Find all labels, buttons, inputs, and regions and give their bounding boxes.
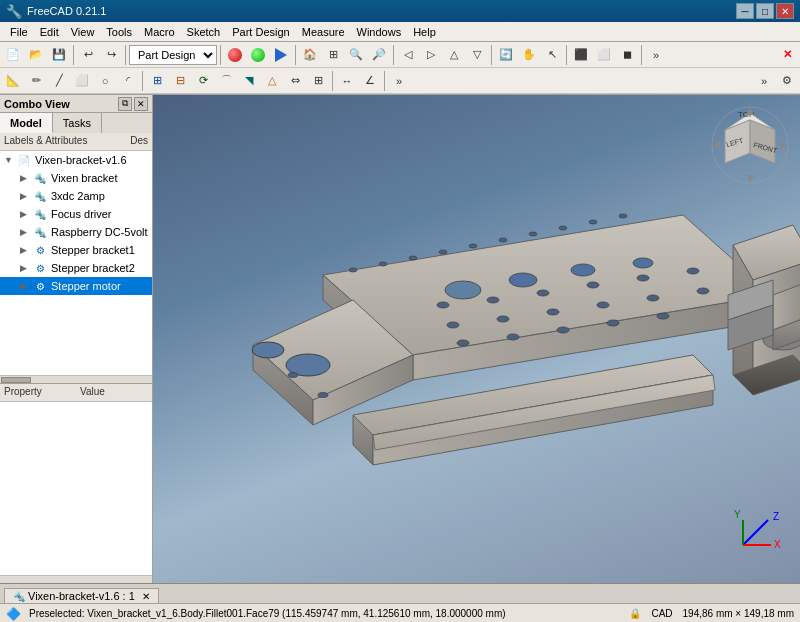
close-button[interactable]: ✕ <box>776 3 794 19</box>
workbench-dropdown[interactable]: Part Design Sketcher Part <box>129 45 217 65</box>
combo-close-button[interactable]: ✕ <box>134 97 148 111</box>
property-list <box>0 402 152 575</box>
pocket-button[interactable]: ⊟ <box>169 70 191 92</box>
svg-point-49 <box>529 232 537 236</box>
tree-item-vixen-bracket[interactable]: ▶ 🔩 Vixen bracket <box>0 169 152 187</box>
tree-item-label-5: Stepper bracket1 <box>51 244 135 256</box>
tree-item-stepper2[interactable]: ▶ ⚙ Stepper bracket2 <box>0 259 152 277</box>
pad-button[interactable]: ⊞ <box>146 70 168 92</box>
menu-view[interactable]: View <box>65 24 101 40</box>
svg-point-23 <box>487 297 499 303</box>
svg-point-38 <box>657 313 669 319</box>
more-button-2[interactable]: » <box>753 70 775 92</box>
tree-item-root[interactable]: ▼ 📄 Vixen-bracket-v1.6 <box>0 151 152 169</box>
menu-tools[interactable]: Tools <box>100 24 138 40</box>
pan-button[interactable]: ✋ <box>518 44 540 66</box>
arc-tool[interactable]: ◜ <box>117 70 139 92</box>
zoom-out-button[interactable]: 🔎 <box>368 44 390 66</box>
stop-button[interactable] <box>224 44 246 66</box>
view-top-button[interactable]: △ <box>443 44 465 66</box>
menu-edit[interactable]: Edit <box>34 24 65 40</box>
prop-scrollbar[interactable] <box>0 575 152 583</box>
revolution-button[interactable]: ⟳ <box>192 70 214 92</box>
prop-col-value: Value <box>76 384 152 401</box>
3d-viewport[interactable]: Z X Y TOP LEFT FRONT <box>153 95 800 583</box>
select-button[interactable]: ↖ <box>541 44 563 66</box>
maximize-button[interactable]: □ <box>756 3 774 19</box>
svg-point-48 <box>499 238 507 242</box>
tree-horizontal-scrollbar[interactable] <box>0 375 152 383</box>
view-left-button[interactable]: ◁ <box>397 44 419 66</box>
undo-button[interactable]: ↩ <box>77 44 99 66</box>
svg-point-41 <box>288 373 298 378</box>
view-home-button[interactable]: 🏠 <box>299 44 321 66</box>
sketch-new-button[interactable]: 📐 <box>2 70 24 92</box>
viewport-tab-main[interactable]: 🔩 Vixen-bracket-v1.6 : 1 ✕ <box>4 588 159 603</box>
chamfer-button[interactable]: ◥ <box>238 70 260 92</box>
navigation-cube[interactable]: TOP LEFT FRONT <box>710 105 790 185</box>
wire-view-button[interactable]: ⬜ <box>593 44 615 66</box>
solid-view-button[interactable]: ⬛ <box>570 44 592 66</box>
view-right-button[interactable]: ▷ <box>420 44 442 66</box>
svg-point-20 <box>571 264 595 276</box>
combo-float-button[interactable]: ⧉ <box>118 97 132 111</box>
tree-item-stepper-motor[interactable]: ▶ ⚙ Stepper motor <box>0 277 152 295</box>
play-button[interactable] <box>247 44 269 66</box>
close-toolbar-button[interactable]: ✕ <box>776 44 798 66</box>
measure-linear-button[interactable]: ↔ <box>336 70 358 92</box>
measure-angular-button[interactable]: ∠ <box>359 70 381 92</box>
svg-marker-71 <box>712 141 720 149</box>
new-file-button[interactable]: 📄 <box>2 44 24 66</box>
viewport-tab-close[interactable]: ✕ <box>142 591 150 602</box>
expand-icon-5: ▶ <box>20 245 32 255</box>
more-button[interactable]: » <box>645 44 667 66</box>
mirrored-button[interactable]: ⇔ <box>284 70 306 92</box>
combo-view-title: Combo View <box>4 98 70 110</box>
line-tool[interactable]: ╱ <box>48 70 70 92</box>
redo-button[interactable]: ↪ <box>100 44 122 66</box>
expand-icon-6: ▶ <box>20 263 32 273</box>
toolbars: 📄 📂 💾 ↩ ↪ Part Design Sketcher Part 🏠 ⊞ … <box>0 42 800 95</box>
zoom-in-button[interactable]: 🔍 <box>345 44 367 66</box>
menu-sketch[interactable]: Sketch <box>181 24 227 40</box>
menu-help[interactable]: Help <box>407 24 442 40</box>
tree-item-raspberry[interactable]: ▶ 🔩 Raspberry DC-5volt <box>0 223 152 241</box>
separator-6 <box>491 45 492 65</box>
root-icon: 📄 <box>16 152 32 168</box>
tree-item-label-3: Focus driver <box>51 208 112 220</box>
nav-forward-button[interactable] <box>270 44 292 66</box>
tab-model[interactable]: Model <box>0 113 53 133</box>
circle-tool[interactable]: ○ <box>94 70 116 92</box>
tree-item-focus[interactable]: ▶ 🔩 Focus driver <box>0 205 152 223</box>
svg-marker-72 <box>780 141 788 149</box>
svg-point-29 <box>497 316 509 322</box>
viewport-tabs-bar: 🔩 Vixen-bracket-v1.6 : 1 ✕ <box>0 583 800 603</box>
open-file-button[interactable]: 📂 <box>25 44 47 66</box>
view-fit-button[interactable]: ⊞ <box>322 44 344 66</box>
svg-point-25 <box>587 282 599 288</box>
tree-item-3xdc[interactable]: ▶ 🔩 3xdc 2amp <box>0 187 152 205</box>
rotate-button[interactable]: 🔄 <box>495 44 517 66</box>
part-design-more-button[interactable]: » <box>388 70 410 92</box>
draft-button[interactable]: △ <box>261 70 283 92</box>
menu-measure[interactable]: Measure <box>296 24 351 40</box>
settings-button[interactable]: ⚙ <box>776 70 798 92</box>
fillet-button[interactable]: ⌒ <box>215 70 237 92</box>
menu-part-design[interactable]: Part Design <box>226 24 295 40</box>
menu-macro[interactable]: Macro <box>138 24 181 40</box>
view-bottom-button[interactable]: ▽ <box>466 44 488 66</box>
save-file-button[interactable]: 💾 <box>48 44 70 66</box>
svg-point-26 <box>637 275 649 281</box>
menu-windows[interactable]: Windows <box>351 24 408 40</box>
sketch-edit-button[interactable]: ✏ <box>25 70 47 92</box>
menu-file[interactable]: File <box>4 24 34 40</box>
array-button[interactable]: ⊞ <box>307 70 329 92</box>
rect-tool[interactable]: ⬜ <box>71 70 93 92</box>
cad-mode-label: CAD <box>651 608 672 619</box>
tab-tasks[interactable]: Tasks <box>53 113 102 133</box>
window-controls: ─ □ ✕ <box>736 3 794 19</box>
tree-item-stepper1[interactable]: ▶ ⚙ Stepper bracket1 <box>0 241 152 259</box>
shaded-view-button[interactable]: ◼ <box>616 44 638 66</box>
menubar: File Edit View Tools Macro Sketch Part D… <box>0 22 800 42</box>
minimize-button[interactable]: ─ <box>736 3 754 19</box>
